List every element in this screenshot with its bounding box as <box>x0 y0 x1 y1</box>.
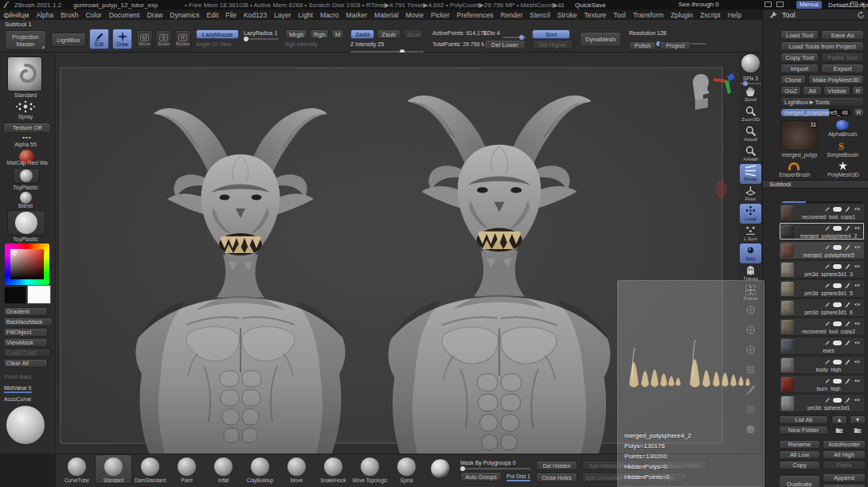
projection-master-button[interactable]: ProjectionMaster <box>5 30 46 50</box>
sculpt-pen-icon[interactable] <box>824 263 831 270</box>
copy-subtool-button[interactable]: Copy <box>779 461 820 469</box>
menu-item[interactable]: Zplugin <box>667 11 697 19</box>
menu-item[interactable]: фйнйцм <box>0 11 33 19</box>
polypaint-toggle[interactable] <box>833 302 842 307</box>
alphabrush-icon[interactable] <box>836 120 849 130</box>
rgb-intensity-slider[interactable]: Rgb Intensity <box>285 41 318 47</box>
menu-item[interactable]: Color <box>82 11 105 19</box>
paintbrush-icon[interactable] <box>844 397 850 403</box>
lightbox-button[interactable]: LightBox <box>51 33 86 47</box>
subtool-up-button[interactable]: ▲ <box>831 415 847 424</box>
material-quick-thumbnail[interactable] <box>741 54 760 72</box>
toyplastic-large-thumbnail[interactable] <box>7 210 45 236</box>
backfacemask-button[interactable]: BackfaceMask <box>3 318 53 326</box>
sculpt-pen-icon[interactable] <box>824 244 831 251</box>
del-hidden-button[interactable]: Del Hidden <box>536 461 577 470</box>
brush-slot[interactable]: Paint <box>169 455 205 483</box>
angle-of-view-slider[interactable]: Angle Of View <box>196 41 231 47</box>
subtool-item[interactable]: merged_polysphere4_2 <box>779 222 865 240</box>
menu-item[interactable]: Stroke <box>553 11 581 19</box>
alpha-thumbnail[interactable]: ••• <box>16 135 38 141</box>
lazymouse-button[interactable]: LazyMouse <box>196 29 239 39</box>
right-shelf-button[interactable]: Floor <box>740 184 761 204</box>
polypaint-toggle[interactable] <box>833 321 842 326</box>
menu-item[interactable]: Macro <box>316 11 342 19</box>
brush-slot[interactable]: DamStandard <box>132 455 168 483</box>
accucurve-sphere[interactable] <box>6 406 45 444</box>
paintbrush-icon[interactable] <box>844 282 850 289</box>
polypaint-toggle[interactable] <box>833 398 842 403</box>
brush-slot[interactable]: Spiral <box>389 455 424 483</box>
goz-visible-button[interactable]: Visible <box>823 86 850 95</box>
tool-item-r-button[interactable]: R <box>854 108 864 117</box>
close-button[interactable]: ✕ <box>860 1 866 8</box>
right-shelf-button[interactable]: AAHalf <box>740 144 761 164</box>
copy-tool-button[interactable]: Copy Tool <box>780 53 819 62</box>
menu-item[interactable]: Render <box>497 11 526 19</box>
current-brush-thumbnail[interactable] <box>7 56 42 92</box>
paintbrush-icon[interactable] <box>844 378 850 384</box>
paintbrush-icon[interactable] <box>844 263 850 270</box>
visibility-eye-icon[interactable] <box>853 243 862 251</box>
pol-dist-slider[interactable]: Pol Dist 1 <box>506 473 530 481</box>
rename-button[interactable]: Rename <box>779 440 820 449</box>
brush-slot[interactable]: Standard <box>96 455 131 483</box>
sculpt-pen-icon[interactable] <box>824 206 831 212</box>
visibility-eye-icon[interactable] <box>853 301 862 308</box>
sculpt-pen-icon[interactable] <box>824 225 831 232</box>
menu-item[interactable]: File <box>222 11 240 19</box>
project-button[interactable]: Project <box>659 41 691 50</box>
paintbrush-icon[interactable] <box>844 244 850 251</box>
load-tools-from-project-button[interactable]: Load Tools from Project <box>780 41 864 51</box>
visibility-eye-icon[interactable] <box>853 339 862 346</box>
subtool-item[interactable]: pm3d_sphere3d1_6 <box>779 298 865 317</box>
menu-item[interactable]: Transform <box>629 11 667 19</box>
collapse-icon[interactable]: ⊥ <box>841 2 846 9</box>
paste-subtool-button[interactable]: Paste <box>823 461 866 469</box>
load-tool-button[interactable]: Load Tool <box>780 30 819 40</box>
polypaint-toggle[interactable] <box>833 283 842 288</box>
sculpt-pen-icon[interactable] <box>824 359 831 365</box>
clear-all-button[interactable]: Clear All <box>3 359 48 368</box>
color-picker[interactable] <box>5 243 49 285</box>
polypaint-toggle[interactable] <box>833 226 842 231</box>
menu-item[interactable]: Tool <box>610 11 630 19</box>
menu-item[interactable]: Zscript <box>697 11 725 19</box>
viewmask-button[interactable]: ViewMask <box>3 338 48 347</box>
camera-head-widget[interactable] <box>693 74 710 110</box>
polypaint-toggle[interactable] <box>833 341 842 345</box>
subtool-item[interactable]: recovered_tool_copy1 <box>779 203 865 221</box>
polypaint-toggle[interactable] <box>833 360 842 364</box>
save-as-button[interactable]: Save As <box>821 30 864 40</box>
make-polymesh3d-button[interactable]: Make PolyMesh3D <box>808 75 864 84</box>
monitor-icon-2[interactable] <box>776 2 784 7</box>
goz-all-button[interactable]: All <box>803 86 822 95</box>
gradient-button[interactable]: Gradient <box>3 307 48 316</box>
fillobject-button[interactable]: FillObject <box>3 328 48 337</box>
visibility-eye-icon[interactable] <box>853 224 862 232</box>
polypaint-toggle[interactable] <box>833 264 842 269</box>
lazyradius-track[interactable] <box>244 38 279 40</box>
right-shelf-button[interactable]: L.Sym <box>740 224 761 243</box>
menu-item[interactable]: Dynamics <box>166 11 203 19</box>
secondary-color-swatch[interactable] <box>4 286 26 304</box>
append-button[interactable]: Append <box>823 473 866 482</box>
right-shelf-button[interactable]: Actual <box>740 124 761 144</box>
sdiv-track[interactable] <box>503 37 526 38</box>
eraserbrush-icon[interactable] <box>788 162 800 170</box>
front-back-toggle[interactable]: Front Back <box>5 374 32 380</box>
all-low-button[interactable]: All Low <box>779 450 820 459</box>
toyplastic-thumbnail[interactable] <box>13 168 40 184</box>
menu-item[interactable]: Picker <box>427 11 453 19</box>
zsub-button[interactable]: Zsub <box>377 29 401 39</box>
spray-stroke-icon[interactable] <box>14 100 37 113</box>
menu-item[interactable]: Layer <box>271 11 295 19</box>
polish-button[interactable]: Polish <box>629 41 656 50</box>
paintbrush-icon[interactable] <box>844 206 850 212</box>
sculpt-pen-icon[interactable] <box>824 378 831 384</box>
monitor-icon-1[interactable] <box>764 2 772 7</box>
del-higher-button[interactable]: Del Higher <box>532 40 573 49</box>
texture-sphere-icon[interactable] <box>430 458 451 479</box>
sculpt-pen-icon[interactable] <box>824 321 831 327</box>
menu-item[interactable]: Draw <box>143 11 166 19</box>
